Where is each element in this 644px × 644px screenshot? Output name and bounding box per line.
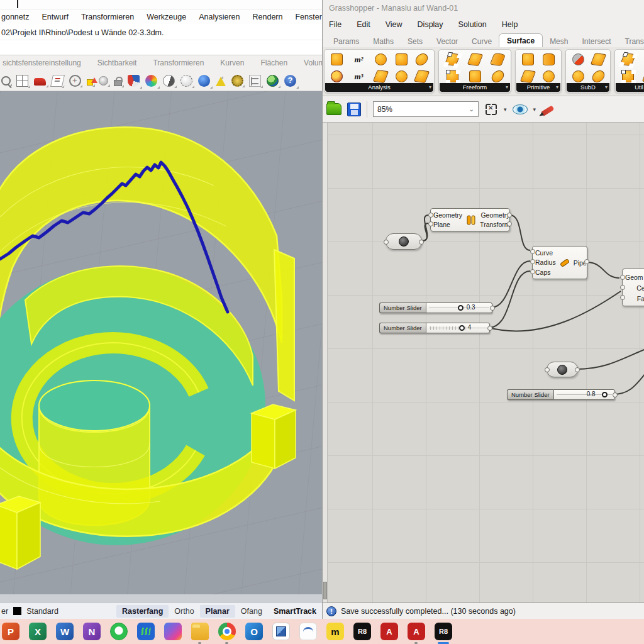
hierarchy-icon[interactable] [249,75,261,87]
balloon-icon[interactable] [375,53,387,65]
gh-tab-curve[interactable]: Curve [465,35,499,47]
grasshopper-canvas[interactable]: Geometry Plane Geometry Transform Curve … [323,123,644,602]
onenote-icon[interactable]: N [83,623,101,640]
plan-map-icon[interactable] [50,75,65,87]
outlook-icon[interactable]: O [245,623,263,640]
rhino-3d-viewport[interactable] [0,91,322,602]
sweep-icon[interactable] [489,69,505,82]
gh-tab-mesh[interactable]: Mesh [543,35,575,47]
zoom-rotate-icon[interactable] [1,76,11,86]
miro-icon[interactable]: m [326,623,344,640]
tab-flaechen[interactable]: Flächen [260,58,287,67]
acrobat-icon[interactable]: A [380,623,398,640]
layer-color-swatch[interactable] [13,607,21,615]
word-icon[interactable]: W [56,623,74,640]
lock-icon[interactable] [114,80,122,86]
multipipe-icon[interactable] [590,52,606,65]
number-slider-4[interactable]: Number Slider 4 [379,323,490,333]
chrome-icon[interactable] [218,623,236,640]
menu-analysieren[interactable]: Analysieren [199,13,240,21]
geometry-param-pill[interactable] [386,233,422,250]
cplane-icon[interactable] [69,75,81,87]
grid-points-icon[interactable] [447,70,458,82]
input-plane[interactable]: Plane [433,221,450,228]
input-geometry[interactable]: Geometry [433,211,462,219]
number-slider-0-3[interactable]: Number Slider 0.3 [379,303,492,313]
ribbon-group-label[interactable]: SubD [567,83,609,92]
gh-menu-view[interactable]: View [386,20,402,29]
rhino8-icon-2[interactable]: R8 [435,623,452,640]
waves-icon[interactable] [469,70,481,82]
gh-tab-params[interactable]: Params [326,35,366,47]
tab-transformieren[interactable]: Transformieren [153,58,204,67]
lamp-icon[interactable] [99,76,108,86]
gh-menu-solution[interactable]: Solution [458,20,487,29]
box-rect-icon[interactable] [522,53,534,65]
ribbon-group-label[interactable]: Freeform [440,83,510,92]
subd-blob-icon[interactable] [590,69,606,82]
tab-sichtbarkeit[interactable]: Sichtbarkeit [97,58,137,67]
slides-app-icon[interactable] [137,623,155,640]
tab-kurven[interactable]: Kurven [220,58,244,67]
menu-werkzeuge[interactable]: Werkzeuge [147,13,186,21]
car-render-icon[interactable] [34,78,46,86]
input-geom[interactable]: Geom [625,274,643,281]
gh-tab-sets[interactable]: Sets [401,35,430,47]
rhino8-icon[interactable]: R8 [353,623,371,640]
color-wheel-icon[interactable] [145,75,157,87]
preview-eye-icon[interactable] [513,104,528,114]
save-file-icon[interactable] [347,103,361,116]
gumball-icon[interactable] [128,75,140,87]
selection-filter-icon[interactable] [87,79,93,86]
geometry-param-pill-2[interactable] [547,362,578,377]
menu-fenster[interactable]: Fenster [295,13,321,21]
toggle-planar[interactable]: Planar [200,605,235,618]
pillar-box-right[interactable] [252,404,296,469]
transform-component[interactable]: Geometry Plane Geometry Transform [430,208,510,231]
rendered-sphere-icon[interactable] [198,75,210,87]
output-geometry[interactable]: Geometry [480,211,509,219]
morph-icon[interactable] [622,70,634,82]
patch-icon[interactable] [620,52,636,65]
cylinder-icon[interactable] [543,53,555,65]
menu-polygonnetz[interactable]: gonnetz [1,13,29,21]
command-history-line[interactable]: 02\Projekt II\Rhino\Podest u Wände 02-3.… [0,25,322,40]
zoom-level-select[interactable]: 85% ⌄ [373,101,479,117]
output-transform[interactable]: Transform [480,221,509,228]
menu-transformieren[interactable]: Transformieren [81,13,134,21]
command-input-line[interactable] [0,40,322,55]
input-curve[interactable]: Curve [535,249,553,257]
scale-component-partial[interactable]: Geom Ce Fa [622,269,644,306]
file-explorer-icon[interactable] [191,623,209,640]
gh-tab-intersect[interactable]: Intersect [575,35,618,47]
input-radius[interactable]: Radius [535,258,556,266]
brep-pages-icon[interactable] [396,70,408,82]
box-corner-icon[interactable] [331,53,343,65]
m3-volume-icon[interactable]: m³ [351,70,366,82]
creative-cloud-icon[interactable] [164,623,182,640]
sketch-pen-icon[interactable] [541,105,554,116]
slider-knob[interactable] [458,305,464,311]
gh-menu-help[interactable]: Help [502,20,518,29]
gh-tab-transform[interactable]: Transform [618,35,644,47]
whatsapp-icon[interactable] [110,623,128,640]
menu-entwurf[interactable]: Entwurf [42,13,68,21]
toggle-ofang[interactable]: Ofang [235,605,268,618]
toggle-ortho[interactable]: Ortho [169,605,199,618]
chevron-down-icon[interactable]: ▾ [533,106,536,113]
gh-menu-file[interactable]: File [329,20,341,29]
subd-sphere-icon[interactable] [572,53,584,65]
viewport-layout-icon[interactable] [16,75,28,87]
quadball-icon[interactable] [572,70,584,82]
ribbon-group-label[interactable]: Util [616,83,644,92]
wireframe-sphere-icon[interactable] [180,75,192,87]
curve-app-icon[interactable] [299,623,317,640]
chevron-down-icon[interactable]: ▾ [504,106,507,113]
input-caps[interactable]: Caps [535,269,551,276]
wedge-icon[interactable] [520,69,536,82]
ribbon-group-label[interactable]: Analysis [325,83,433,92]
box-toggle-icon[interactable] [396,53,408,65]
sphere-icon[interactable] [543,70,555,82]
slider-track[interactable]: 0.3 [426,303,492,313]
zoom-extents-icon[interactable] [484,103,498,116]
